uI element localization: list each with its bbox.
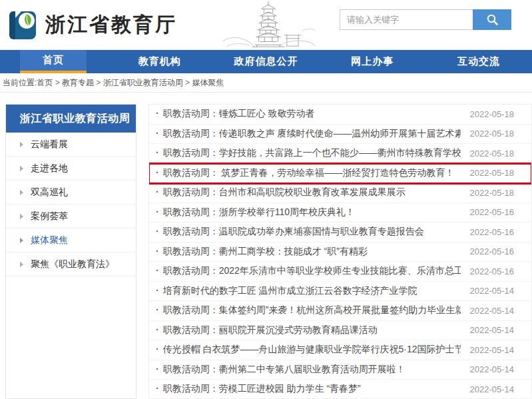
news-item[interactable]: 职教活动周：丽职院开展沉浸式劳动教育精品课活动 2022-05-14 <box>149 321 531 341</box>
nav-label: 互动交流 <box>445 50 512 73</box>
site-logo[interactable]: 浙江省教育厅 <box>7 9 177 41</box>
sidebar-item-vocational-education-law[interactable]: 聚焦《职业教育法》 <box>6 252 136 276</box>
search-icon <box>486 13 499 26</box>
news-title[interactable]: 职教活动周：集体签约周”来袭！杭州这所高校开展批量签约助力毕业生就业 <box>156 304 461 316</box>
book-leaf-logo-icon <box>7 9 39 41</box>
news-title[interactable]: 职教活动周：衢州工商学校：技能成才 “职”有精彩 <box>156 246 461 258</box>
news-date: 2022-05-18 <box>470 149 515 159</box>
news-title[interactable]: 培育新时代的数字工匠 温州市成立浙江云谷数字经济产业学院 <box>156 285 461 297</box>
arrow-right-icon <box>20 238 23 243</box>
breadcrumb-media-focus: 媒体聚焦 <box>192 78 224 87</box>
news-list: 职教活动周：锤炼工匠心 致敬劳动者 2022-05-18 职教活动周：传递职教之… <box>148 104 532 399</box>
sidebar-item-label: 聚焦《职业教育法》 <box>31 258 115 270</box>
news-item[interactable]: 职教活动周：锤炼工匠心 致敬劳动者 2022-05-18 <box>149 105 531 125</box>
main-nav: 首页 教育机构 政府信息公开 网上办事 互动交流 <box>0 50 532 73</box>
sidebar-item-regions[interactable]: 走进各地 <box>6 157 136 181</box>
news-title[interactable]: 职教活动周：2022年乐清市中等职业学校师生专业技能比赛、乐清市总工会职业技术学… <box>156 265 461 277</box>
news-item[interactable]: 职教活动周：衢州第二中专第八届职业教育活动周开展啦！ 2022-05-14 <box>149 360 531 380</box>
news-item[interactable]: 传光授帽 白衣筑梦——舟山旅游与健康职业学院举行庆祝5·12国际护士节晚会 20… <box>149 340 531 360</box>
nav-item-institutions[interactable]: 教育机构 <box>107 50 213 73</box>
news-item[interactable]: 职教活动周：传递职教之声 赓续时代使命——温州幼师开展第十届艺术素养节比赛暨职业… <box>149 125 531 145</box>
news-item[interactable]: 职教活动周：浙所学校举行110周年校庆典礼！ 2022-05-16 <box>149 203 531 223</box>
nav-label: 教育机构 <box>127 50 193 73</box>
news-title[interactable]: 职教活动周：锤炼工匠心 致敬劳动者 <box>156 108 461 120</box>
news-item[interactable]: 职教活动周：学好技能，共富路上一个也不能少——衢州市特殊教育学校2022年职业教… <box>149 144 531 164</box>
news-date: 2022-05-16 <box>470 246 515 256</box>
news-item[interactable]: 职教活动周：集体签约周”来袭！杭州这所高校开展批量签约助力毕业生就业 2022-… <box>149 301 531 321</box>
news-item[interactable]: 培育新时代的数字工匠 温州市成立浙江云谷数字经济产业学院 2022-05-14 <box>149 282 531 302</box>
sidebar-item-label: 云端看展 <box>31 139 68 151</box>
news-title[interactable]: 职教活动周：传递职教之声 赓续时代使命——温州幼师开展第十届艺术素养节比赛暨职业… <box>156 128 461 140</box>
news-item[interactable]: 职教活动周：2022年乐清市中等职业学校师生专业技能比赛、乐清市总工会职业技术学… <box>149 262 531 282</box>
site-title: 浙江省教育厅 <box>45 11 177 39</box>
nav-label: 政府信息公开 <box>232 50 299 73</box>
news-date: 2022-05-14 <box>470 286 515 296</box>
news-date: 2022-05-14 <box>470 364 515 374</box>
arrow-right-icon <box>20 190 23 195</box>
nav-label: 网上办事 <box>339 50 405 73</box>
sidebar-item-shuanggao-tour[interactable]: 双高巡礼 <box>6 181 136 204</box>
news-item-highlighted[interactable]: 职教活动周： 筑梦正青春，劳动绘幸福——浙经贸打造特色劳动教育！ 2022-05… <box>149 164 531 184</box>
site-header: 浙江省教育厅 <box>0 0 532 50</box>
sidebar-item-media-focus[interactable]: 媒体聚焦 <box>6 228 136 252</box>
news-date: 2022-05-16 <box>470 266 515 276</box>
news-date: 2022-05-18 <box>470 168 515 178</box>
news-item[interactable]: 职教活动周：劳模工匠进校园 助力学生 “青春梦” 2022-05-14 <box>149 380 531 399</box>
breadcrumb-activity-week[interactable]: 浙江省职业教育活动周 <box>103 78 192 87</box>
arrow-right-icon <box>20 142 23 147</box>
content-area: 浙江省职业教育活动周 云端看展 走进各地 双高巡礼 案例荟萃 媒体聚焦 聚焦《职… <box>0 93 532 399</box>
sidebar-item-label: 媒体聚焦 <box>31 234 68 246</box>
breadcrumb-home[interactable]: 首页 <box>37 78 62 87</box>
news-title[interactable]: 职教活动周：台州市和高职院校职业教育改革发展成果展示 <box>156 187 461 199</box>
sidebar-item-label: 双高巡礼 <box>31 187 68 199</box>
news-item[interactable]: 职教活动周：衢州工商学校：技能成才 “职”有精彩 2022-05-16 <box>149 242 531 262</box>
news-date: 2022-05-16 <box>470 207 515 217</box>
news-title[interactable]: 职教活动周：衢州第二中专第八届职业教育活动周开展啦！ <box>156 364 461 376</box>
news-item[interactable]: 职教活动周：台州市和高职院校职业教育改革发展成果展示 2022-05-18 <box>149 183 531 203</box>
news-title[interactable]: 职教活动周：浙所学校举行110周年校庆典礼！ <box>156 206 461 218</box>
sidebar-item-case-collection[interactable]: 案例荟萃 <box>6 204 136 228</box>
news-date: 2022-05-16 <box>470 227 515 237</box>
sidebar-title: 浙江省职业教育活动周 <box>6 105 136 133</box>
pagoda-sketch <box>218 1 318 49</box>
news-date: 2022-05-18 <box>470 129 515 139</box>
news-title[interactable]: 职教活动周：丽职院开展沉浸式劳动教育精品课活动 <box>156 324 461 336</box>
news-title[interactable]: 职教活动周：温职院成功举办柬埔寨国情与职业教育专题报告会 <box>156 226 461 238</box>
sidebar: 浙江省职业教育活动周 云端看展 走进各地 双高巡礼 案例荟萃 媒体聚焦 聚焦《职… <box>5 104 136 399</box>
arrow-right-icon <box>20 214 23 219</box>
breadcrumb: 当前位置:首页教育专题浙江省职业教育活动周媒体聚焦 <box>0 73 532 93</box>
news-date: 2022-05-18 <box>470 188 515 198</box>
news-date: 2022-05-18 <box>470 109 515 119</box>
search-input[interactable] <box>340 9 473 30</box>
site-search <box>340 9 511 30</box>
sidebar-item-cloud-exhibition[interactable]: 云端看展 <box>6 133 136 157</box>
news-date: 2022-05-14 <box>470 325 515 335</box>
nav-label: 首页 <box>20 50 87 73</box>
search-button[interactable] <box>473 9 511 30</box>
news-date: 2022-05-14 <box>470 345 515 355</box>
sidebar-item-label: 案例荟萃 <box>31 210 68 222</box>
news-date: 2022-05-14 <box>470 384 515 394</box>
breadcrumb-edu-topics[interactable]: 教育专题 <box>62 78 103 87</box>
news-title[interactable]: 职教活动周： 筑梦正青春，劳动绘幸福——浙经贸打造特色劳动教育！ <box>156 167 461 179</box>
sidebar-item-label: 走进各地 <box>31 163 68 175</box>
news-title[interactable]: 职教活动周：学好技能，共富路上一个也不能少——衢州市特殊教育学校2022年职业教… <box>156 147 461 159</box>
news-title[interactable]: 职教活动周：劳模工匠进校园 助力学生 “青春梦” <box>156 383 461 395</box>
news-item[interactable]: 职教活动周：温职院成功举办柬埔寨国情与职业教育专题报告会 2022-05-16 <box>149 222 531 242</box>
news-title[interactable]: 传光授帽 白衣筑梦——舟山旅游与健康职业学院举行庆祝5·12国际护士节晚会 <box>156 344 461 356</box>
arrow-right-icon <box>20 262 23 267</box>
breadcrumb-prefix: 当前位置: <box>3 78 37 87</box>
nav-item-online-services[interactable]: 网上办事 <box>319 50 425 73</box>
nav-item-gov-info[interactable]: 政府信息公开 <box>213 50 320 73</box>
arrow-right-icon <box>20 166 23 171</box>
nav-item-home[interactable]: 首页 <box>0 50 107 73</box>
news-date: 2022-05-14 <box>470 306 515 316</box>
nav-item-interaction[interactable]: 互动交流 <box>425 50 532 73</box>
